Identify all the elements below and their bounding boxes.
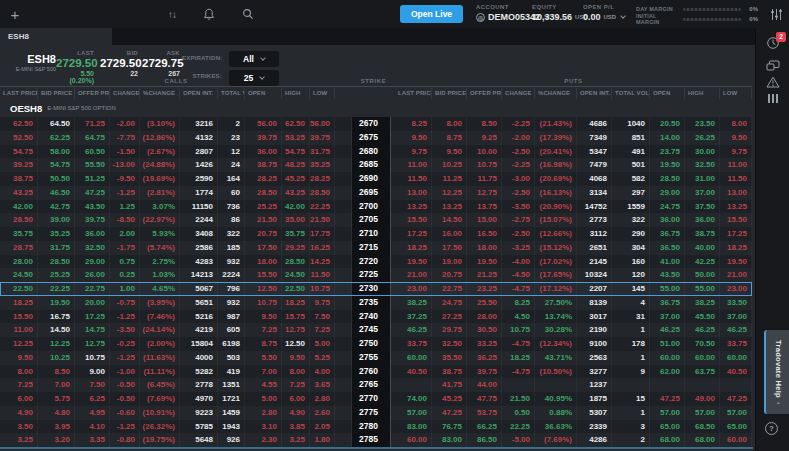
call-low[interactable]: 7.50 bbox=[310, 310, 335, 324]
call-open-int[interactable]: 9223 bbox=[180, 406, 218, 420]
call-high[interactable]: 3.25 bbox=[282, 433, 310, 447]
call-last-price[interactable]: 8.00 bbox=[0, 365, 38, 379]
call-offer-price[interactable]: 12.75 bbox=[75, 337, 110, 351]
call-pct-change[interactable]: (7.69%) bbox=[140, 392, 180, 406]
put-open-int[interactable]: 14752 bbox=[577, 200, 612, 214]
call-pct-change[interactable]: (6.45%) bbox=[140, 378, 180, 392]
put-low[interactable]: 23.00 bbox=[720, 282, 752, 296]
put-total-vol[interactable]: 1559 bbox=[612, 200, 650, 214]
put-pct-change[interactable]: (17.12%) bbox=[535, 282, 577, 296]
strike-cell[interactable]: 2710 bbox=[352, 227, 390, 241]
put-high[interactable]: 40.00 bbox=[685, 241, 720, 255]
put-high[interactable]: 55.00 bbox=[685, 282, 720, 296]
put-last-price[interactable]: 57.00 bbox=[395, 406, 432, 420]
call-pct-change[interactable]: (5.74%) bbox=[140, 241, 180, 255]
call-open-int[interactable]: 3216 bbox=[180, 117, 218, 131]
call-pct-change[interactable]: (3.95%) bbox=[140, 296, 180, 310]
calls-column-header-open-int[interactable]: OPEN INT. bbox=[180, 88, 218, 99]
call-bid-price[interactable]: 19.50 bbox=[38, 296, 75, 310]
tab-esh8[interactable]: ESH8 bbox=[0, 28, 112, 45]
put-open[interactable]: 36.75 bbox=[650, 227, 685, 241]
put-high[interactable]: 42.25 bbox=[685, 255, 720, 269]
option-chain-row-2715[interactable]: 28.7531.7532.50-1.75(5.74%)258618517.502… bbox=[0, 241, 752, 255]
call-offer-price[interactable]: 7.50 bbox=[75, 378, 110, 392]
call-open-int[interactable]: 4000 bbox=[180, 351, 218, 365]
call-offer-price[interactable]: 4.95 bbox=[75, 406, 110, 420]
put-pct-change[interactable]: 27.50% bbox=[535, 296, 577, 310]
put-pct-change[interactable]: (16.13%) bbox=[535, 186, 577, 200]
call-last-price[interactable]: 3.25 bbox=[0, 433, 38, 447]
put-last-price[interactable]: 13.00 bbox=[395, 186, 432, 200]
tradovate-help-tab[interactable]: Tradovate Help ‹ bbox=[764, 330, 789, 414]
put-open[interactable]: 51.00 bbox=[650, 337, 685, 351]
strike-cell[interactable]: 2770 bbox=[352, 392, 390, 406]
call-offer-price[interactable]: 71.25 bbox=[75, 117, 110, 131]
strike-cell[interactable]: 2695 bbox=[352, 186, 390, 200]
put-high[interactable]: 26.25 bbox=[685, 131, 720, 145]
call-low[interactable]: 21.50 bbox=[310, 213, 335, 227]
call-last-price[interactable]: 62.50 bbox=[0, 117, 38, 131]
put-pct-change[interactable]: (12.66%) bbox=[535, 227, 577, 241]
call-open-int[interactable]: 2590 bbox=[180, 172, 218, 186]
put-low[interactable]: 57.00 bbox=[720, 406, 752, 420]
put-high[interactable]: 50.00 bbox=[685, 268, 720, 282]
call-total-vol[interactable]: 164 bbox=[218, 172, 245, 186]
call-high[interactable]: 8.00 bbox=[282, 365, 310, 379]
option-chain-row-2685[interactable]: 39.2554.7555.50-13.00(24.88%)14262438.75… bbox=[0, 158, 752, 172]
put-pct-change[interactable]: (20.90%) bbox=[535, 200, 577, 214]
call-open-int[interactable]: 5785 bbox=[180, 420, 218, 434]
call-bid-price[interactable]: 3.95 bbox=[38, 420, 75, 434]
put-bid-price[interactable]: 41.75 bbox=[432, 378, 467, 392]
call-open[interactable]: 7.00 bbox=[245, 365, 282, 379]
call-open[interactable]: 10.75 bbox=[245, 296, 282, 310]
put-open-int[interactable]: 4286 bbox=[577, 433, 612, 447]
strike-cell[interactable]: 2705 bbox=[352, 213, 390, 227]
put-offer-price[interactable]: 12.75 bbox=[467, 186, 502, 200]
put-last-price[interactable]: 11.00 bbox=[395, 158, 432, 172]
call-high[interactable]: 15.75 bbox=[282, 310, 310, 324]
call-change[interactable]: -0.25 bbox=[110, 337, 140, 351]
call-change[interactable]: -1.25 bbox=[110, 310, 140, 324]
call-high[interactable]: 7.25 bbox=[282, 378, 310, 392]
put-open[interactable]: 46.25 bbox=[650, 323, 685, 337]
strike-cell[interactable]: 2750 bbox=[352, 337, 390, 351]
call-open-int[interactable]: 11150 bbox=[180, 200, 218, 214]
call-total-vol[interactable]: 23 bbox=[218, 131, 245, 145]
call-bid-price[interactable]: 7.00 bbox=[38, 378, 75, 392]
put-last-price[interactable]: 17.25 bbox=[395, 227, 432, 241]
put-bid-price[interactable]: 8.75 bbox=[432, 131, 467, 145]
strike-cell[interactable]: 2765 bbox=[352, 378, 390, 392]
call-total-vol[interactable]: 60 bbox=[218, 186, 245, 200]
call-high[interactable]: 62.50 bbox=[282, 117, 310, 131]
puts-column-header-pct-change[interactable]: %CHANGE bbox=[535, 88, 577, 99]
put-low[interactable]: 46.25 bbox=[720, 323, 752, 337]
put-change[interactable]: -2.00 bbox=[502, 131, 535, 145]
call-last-price[interactable]: 52.50 bbox=[0, 131, 38, 145]
put-total-vol[interactable]: 145 bbox=[612, 282, 650, 296]
call-low[interactable]: 9.75 bbox=[310, 296, 335, 310]
call-open-int[interactable]: 5648 bbox=[180, 433, 218, 447]
put-pct-change[interactable]: (16.98%) bbox=[535, 158, 577, 172]
call-high[interactable]: 29.25 bbox=[282, 241, 310, 255]
call-bid-price[interactable]: 12.25 bbox=[38, 337, 75, 351]
call-open[interactable]: 38.75 bbox=[245, 158, 282, 172]
put-last-price[interactable] bbox=[395, 378, 432, 392]
put-low[interactable]: 60.00 bbox=[720, 433, 752, 447]
put-bid-price[interactable]: 45.25 bbox=[432, 392, 467, 406]
put-high[interactable]: 49.00 bbox=[685, 392, 720, 406]
put-offer-price[interactable]: 11.75 bbox=[467, 172, 502, 186]
call-open-int[interactable]: 4219 bbox=[180, 323, 218, 337]
put-bid-price[interactable]: 22.75 bbox=[432, 282, 467, 296]
call-low[interactable]: 5.25 bbox=[310, 351, 335, 365]
call-low[interactable]: 3.65 bbox=[310, 378, 335, 392]
put-low[interactable]: 19.50 bbox=[720, 255, 752, 269]
option-chain-row-2785[interactable]: 3.253.203.35-0.80(19.75%)56489262.303.25… bbox=[0, 433, 752, 447]
put-last-price[interactable]: 60.00 bbox=[395, 351, 432, 365]
puts-column-header-offer-price[interactable]: OFFER PRICE bbox=[467, 88, 502, 99]
put-high[interactable]: 70.50 bbox=[685, 337, 720, 351]
call-open-int[interactable]: 14213 bbox=[180, 268, 218, 282]
put-last-price[interactable]: 11.50 bbox=[395, 172, 432, 186]
put-pct-change[interactable] bbox=[535, 378, 577, 392]
strike-cell[interactable]: 2715 bbox=[352, 241, 390, 255]
alerts-warning-icon[interactable] bbox=[756, 76, 789, 88]
